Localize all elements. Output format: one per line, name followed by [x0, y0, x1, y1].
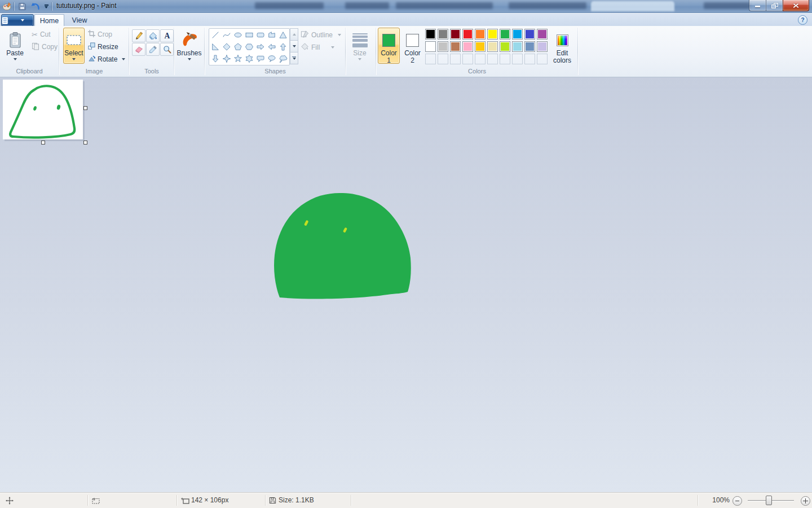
magnifier-tool[interactable]	[160, 43, 174, 56]
zoom-in-button[interactable]	[801, 496, 810, 506]
save-button[interactable]	[16, 1, 28, 12]
color-picker-tool[interactable]	[146, 43, 160, 56]
palette-swatch-r1-c2[interactable]	[438, 29, 448, 40]
cut-button[interactable]: Cut	[32, 29, 58, 40]
pencil-tool[interactable]	[132, 29, 145, 42]
crop-button[interactable]: Crop	[88, 29, 127, 40]
color2-button[interactable]: Color 2	[401, 28, 423, 64]
group-label-colors: Colors	[377, 67, 577, 75]
zoom-level-value: 100%	[706, 493, 730, 508]
palette-swatch-r2-c7[interactable]	[500, 41, 510, 52]
palette-swatch-r2-c6[interactable]	[487, 41, 498, 52]
background-window-ghost	[591, 1, 674, 11]
right-arrow-shape-icon[interactable]	[255, 41, 266, 53]
tab-home[interactable]: Home	[34, 14, 64, 27]
left-arrow-shape-icon[interactable]	[266, 41, 277, 53]
fill-button[interactable]: Fill	[301, 42, 343, 53]
shapes-more-button[interactable]	[290, 52, 298, 64]
triangle-shape-icon[interactable]	[277, 29, 289, 41]
help-button[interactable]	[798, 15, 807, 25]
file-size-icon	[269, 497, 276, 506]
brushes-button[interactable]: Brushes	[176, 28, 202, 64]
select-button[interactable]: Select	[63, 28, 85, 64]
shapes-scroll-down-button[interactable]	[290, 40, 298, 52]
copy-button[interactable]: Copy	[32, 41, 58, 52]
canvas-resize-handle-right[interactable]	[83, 106, 87, 110]
palette-swatch-r1-c6[interactable]	[487, 29, 498, 40]
rectangle-shape-icon[interactable]	[244, 29, 255, 41]
zoom-out-button[interactable]	[732, 496, 742, 506]
fill-tool[interactable]	[146, 29, 160, 42]
undo-button[interactable]	[29, 1, 41, 12]
palette-swatch-r1-c3[interactable]	[450, 29, 461, 40]
line-shape-icon[interactable]	[210, 29, 221, 41]
palette-swatch-r1-c1[interactable]	[425, 29, 436, 40]
size-button[interactable]: Size	[348, 28, 372, 64]
group-separator	[345, 28, 346, 75]
paste-button[interactable]: Paste	[3, 28, 27, 64]
right-triangle-shape-icon[interactable]	[210, 41, 221, 53]
palette-empty-slot	[512, 54, 523, 64]
svg-text:A: A	[164, 32, 170, 40]
palette-swatch-r2-c2[interactable]	[438, 41, 448, 52]
palette-swatch-r1-c7[interactable]	[500, 29, 510, 40]
palette-swatch-r2-c4[interactable]	[462, 41, 473, 52]
canvas-resize-handle-corner[interactable]	[83, 141, 87, 144]
palette-swatch-r2-c5[interactable]	[475, 41, 486, 52]
close-button[interactable]	[783, 0, 809, 11]
edit-colors-button[interactable]: Edit colors	[549, 28, 575, 64]
shapes-gallery	[209, 28, 290, 65]
oval-callout-shape-icon[interactable]	[266, 53, 277, 65]
more-bar-icon	[292, 56, 296, 58]
canvas-resize-handle-bottom[interactable]	[41, 141, 45, 144]
palette-swatch-r2-c9[interactable]	[524, 41, 535, 52]
minimize-button[interactable]	[749, 0, 766, 11]
up-arrow-shape-icon[interactable]	[277, 41, 289, 53]
five-point-star-shape-icon[interactable]	[232, 53, 244, 65]
eraser-tool[interactable]	[132, 43, 145, 56]
rounded-rectangle-shape-icon[interactable]	[255, 29, 266, 41]
zoom-slider-thumb[interactable]	[766, 496, 772, 505]
palette-empty-slot	[524, 54, 535, 64]
diamond-shape-icon[interactable]	[221, 41, 232, 53]
chevron-down-icon	[293, 45, 296, 47]
text-tool[interactable]: A	[160, 29, 174, 42]
restore-button[interactable]	[766, 0, 783, 11]
palette-swatch-r1-c8[interactable]	[512, 29, 523, 40]
outline-button[interactable]: Outline	[301, 29, 343, 41]
group-label-shapes: Shapes	[205, 67, 345, 75]
drawing-canvas[interactable]	[3, 80, 83, 139]
palette-swatch-r1-c4[interactable]	[462, 29, 473, 40]
canvas-size-icon	[180, 497, 189, 506]
ellipse-shape-icon[interactable]	[232, 29, 244, 41]
four-point-star-shape-icon[interactable]	[221, 53, 232, 65]
palette-swatch-r2-c10[interactable]	[537, 41, 548, 52]
polygon-shape-icon[interactable]	[266, 29, 277, 41]
application-menu-button[interactable]	[1, 14, 34, 27]
palette-swatch-r2-c8[interactable]	[512, 41, 523, 52]
resize-button[interactable]: Resize	[88, 41, 127, 52]
cloud-callout-shape-icon[interactable]	[277, 53, 289, 65]
curve-shape-icon[interactable]	[221, 29, 232, 41]
customize-toolbar-button[interactable]	[42, 1, 50, 12]
resize-icon	[88, 42, 95, 51]
palette-swatch-r1-c10[interactable]	[537, 29, 548, 40]
six-point-star-shape-icon[interactable]	[244, 53, 255, 65]
status-separator	[351, 495, 351, 506]
color1-button[interactable]: Color 1	[378, 28, 400, 64]
tab-view-label: View	[72, 16, 87, 24]
down-arrow-shape-icon[interactable]	[210, 53, 221, 65]
shapes-scroll-up-button[interactable]	[290, 28, 298, 41]
palette-swatch-r1-c9[interactable]	[524, 29, 535, 40]
rounded-callout-shape-icon[interactable]	[255, 53, 266, 65]
pentagon-shape-icon[interactable]	[232, 41, 244, 53]
selection-size-icon	[92, 498, 100, 506]
palette-swatch-r2-c3[interactable]	[450, 41, 461, 52]
rotate-button[interactable]: Rotate	[88, 54, 127, 65]
palette-swatch-r2-c1[interactable]	[425, 41, 436, 52]
palette-swatch-r1-c5[interactable]	[475, 29, 486, 40]
tab-view[interactable]: View	[65, 14, 94, 27]
hexagon-shape-icon[interactable]	[244, 41, 255, 53]
paint-logo-icon[interactable]	[1, 1, 12, 12]
palette-empty-slot	[438, 54, 448, 64]
